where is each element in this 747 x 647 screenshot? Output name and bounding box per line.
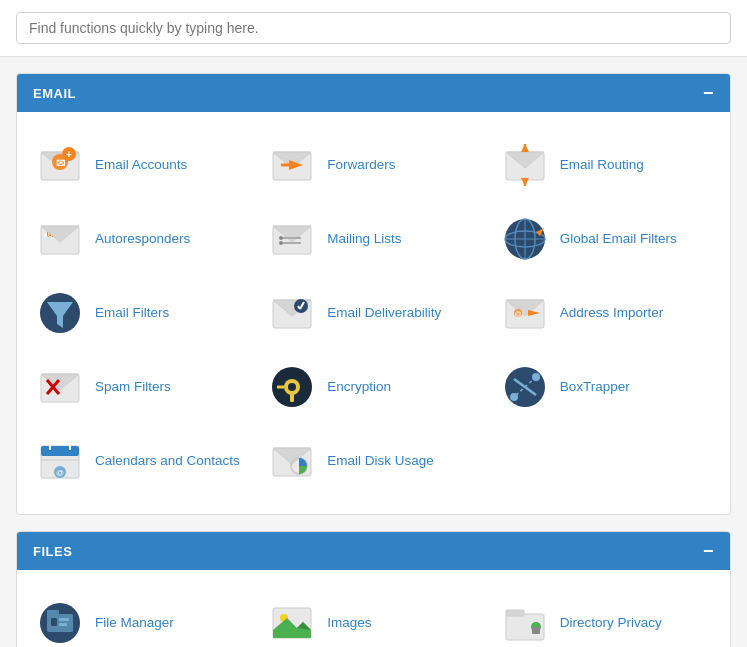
- svg-rect-51: [290, 392, 294, 402]
- section-email: EMAIL − ✉ + Email Accounts Forwarders Em…: [16, 73, 731, 515]
- item-label-boxtrapper: BoxTrapper: [560, 378, 630, 396]
- item-label-email-routing: Email Routing: [560, 156, 644, 174]
- item-label-calendars-contacts: Calendars and Contacts: [95, 452, 240, 470]
- search-input[interactable]: [16, 12, 731, 44]
- item-spam-filters[interactable]: Spam Filters: [25, 350, 257, 424]
- item-address-importer[interactable]: @ Address Importer: [490, 276, 722, 350]
- section-body-email: ✉ + Email Accounts Forwarders Email Rout…: [17, 112, 730, 514]
- item-label-images: Images: [327, 614, 371, 632]
- section-collapse-email[interactable]: −: [703, 84, 714, 102]
- item-email-accounts[interactable]: ✉ + Email Accounts: [25, 128, 257, 202]
- section-collapse-files[interactable]: −: [703, 542, 714, 560]
- item-label-spam-filters: Spam Filters: [95, 378, 171, 396]
- item-label-forwarders: Forwarders: [327, 156, 395, 174]
- section-body-files: File Manager Images Directory Privacy Di…: [17, 570, 730, 647]
- section-header-files[interactable]: FILES −: [17, 532, 730, 570]
- item-boxtrapper[interactable]: BoxTrapper: [490, 350, 722, 424]
- item-label-directory-privacy: Directory Privacy: [560, 614, 662, 632]
- email-disk-usage-icon: [267, 436, 317, 486]
- svg-text:@: @: [56, 468, 64, 477]
- item-label-global-email-filters: Global Email Filters: [560, 230, 677, 248]
- section-title-email: EMAIL: [33, 86, 76, 101]
- email-deliverability-icon: [267, 288, 317, 338]
- search-bar: [0, 0, 747, 57]
- item-directory-privacy[interactable]: Directory Privacy: [490, 586, 722, 647]
- svg-rect-70: [47, 610, 59, 616]
- item-calendars-contacts[interactable]: @ Calendars and Contacts: [25, 424, 257, 498]
- svg-rect-81: [532, 627, 540, 634]
- svg-text:+: +: [66, 149, 72, 160]
- item-images[interactable]: Images: [257, 586, 489, 647]
- email-routing-icon: [500, 140, 550, 190]
- encryption-icon: [267, 362, 317, 412]
- svg-point-25: [279, 241, 283, 245]
- images-icon: [267, 598, 317, 647]
- item-label-email-disk-usage: Email Disk Usage: [327, 452, 434, 470]
- section-title-files: FILES: [33, 544, 72, 559]
- svg-point-24: [279, 236, 283, 240]
- spam-filters-icon: [35, 362, 85, 412]
- autoresponders-icon: AUTO: [35, 214, 85, 264]
- svg-marker-13: [521, 144, 529, 152]
- item-global-email-filters[interactable]: Global Email Filters: [490, 202, 722, 276]
- calendars-contacts-icon: @: [35, 436, 85, 486]
- item-label-mailing-lists: Mailing Lists: [327, 230, 401, 248]
- svg-rect-79: [506, 610, 524, 616]
- svg-rect-73: [59, 623, 67, 626]
- svg-rect-71: [51, 618, 57, 626]
- item-forwarders[interactable]: Forwarders: [257, 128, 489, 202]
- item-mailing-lists[interactable]: Mailing Lists: [257, 202, 489, 276]
- item-email-deliverability[interactable]: Email Deliverability: [257, 276, 489, 350]
- address-importer-icon: @: [500, 288, 550, 338]
- item-email-routing[interactable]: Email Routing: [490, 128, 722, 202]
- item-label-file-manager: File Manager: [95, 614, 174, 632]
- item-encryption[interactable]: Encryption: [257, 350, 489, 424]
- svg-point-50: [288, 383, 296, 391]
- forwarders-icon: [267, 140, 317, 190]
- section-header-email[interactable]: EMAIL −: [17, 74, 730, 112]
- item-label-email-filters: Email Filters: [95, 304, 169, 322]
- boxtrapper-icon: [500, 362, 550, 412]
- item-label-email-deliverability: Email Deliverability: [327, 304, 441, 322]
- email-filters-icon: [35, 288, 85, 338]
- item-file-manager[interactable]: File Manager: [25, 586, 257, 647]
- item-label-encryption: Encryption: [327, 378, 391, 396]
- section-files: FILES − File Manager Images Directory Pr…: [16, 531, 731, 647]
- item-email-filters[interactable]: Email Filters: [25, 276, 257, 350]
- svg-rect-72: [59, 618, 69, 621]
- item-email-disk-usage[interactable]: Email Disk Usage: [257, 424, 489, 498]
- mailing-lists-icon: [267, 214, 317, 264]
- file-manager-icon: [35, 598, 85, 647]
- svg-text:✉: ✉: [56, 157, 65, 169]
- item-label-email-accounts: Email Accounts: [95, 156, 187, 174]
- svg-rect-59: [41, 446, 79, 456]
- email-accounts-icon: ✉ +: [35, 140, 85, 190]
- item-label-autoresponders: Autoresponders: [95, 230, 190, 248]
- item-autoresponders[interactable]: AUTO Autoresponders: [25, 202, 257, 276]
- item-label-address-importer: Address Importer: [560, 304, 664, 322]
- global-email-filters-icon: [500, 214, 550, 264]
- svg-text:@: @: [514, 310, 521, 317]
- directory-privacy-icon: [500, 598, 550, 647]
- svg-marker-15: [521, 178, 529, 186]
